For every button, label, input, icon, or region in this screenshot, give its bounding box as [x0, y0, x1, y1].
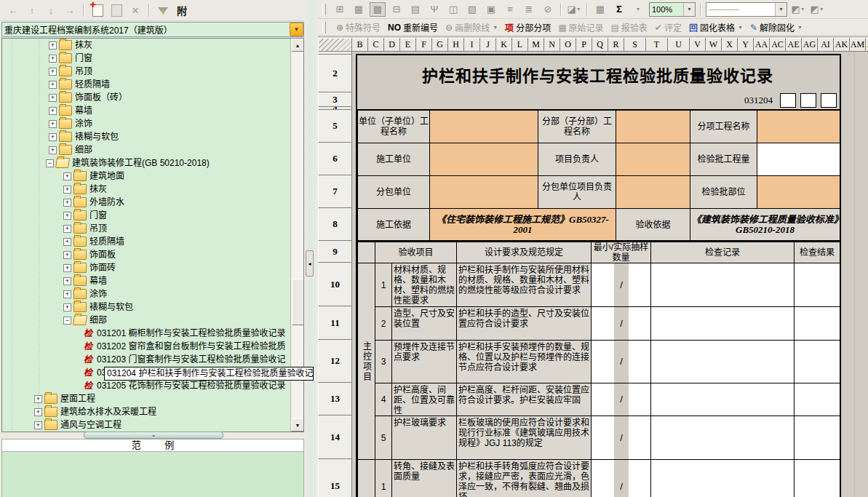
scrollbar-thumb[interactable]: [292, 279, 304, 325]
tree-item[interactable]: +外墙防水: [2, 196, 303, 209]
column-header-P[interactable]: P: [576, 38, 592, 52]
insert-cells-icon[interactable]: ⊞: [332, 2, 348, 17]
add-row-icon[interactable]: ≣: [521, 2, 537, 17]
tree-item[interactable]: +涂饰: [2, 287, 303, 301]
info-input-cell[interactable]: [429, 175, 538, 209]
zoom-combobox[interactable]: 100%▼: [649, 2, 696, 17]
info-input-cell[interactable]: [616, 143, 690, 176]
expand-plus-icon[interactable]: +: [63, 290, 71, 298]
info-input-cell[interactable]: [429, 143, 538, 176]
column-header-M[interactable]: M: [528, 38, 544, 52]
row-header-13[interactable]: 13: [318, 383, 352, 416]
table-header-cell[interactable]: 检查记录: [650, 241, 795, 263]
item-number-cell[interactable]: 1: [375, 459, 392, 497]
lock-table-button[interactable]: 回固化表格▼: [689, 21, 743, 33]
tree-item[interactable]: −建筑装饰装修工程(GB 50210-2018): [2, 156, 303, 170]
expand-plus-icon[interactable]: +: [63, 303, 71, 311]
tree-item[interactable]: +幕墙: [2, 274, 303, 287]
tree-item[interactable]: +饰面板: [2, 248, 303, 261]
info-input-cell[interactable]: [616, 110, 690, 143]
basis-text-cell[interactable]: 《建筑装饰装修工程质量验收标准》GB50210-2018: [690, 208, 840, 242]
expand-plus-icon[interactable]: +: [34, 421, 42, 429]
check-result-cell[interactable]: [794, 263, 840, 307]
table-header-cell[interactable]: 设计要求及规范规定: [456, 241, 592, 263]
info-label-cell[interactable]: 分项工程名称: [690, 110, 757, 143]
tree-item[interactable]: +裱糊与软包: [2, 130, 303, 143]
column-header-C[interactable]: C: [368, 38, 384, 52]
row-header-5[interactable]: 5: [318, 110, 352, 143]
expand-plus-icon[interactable]: +: [34, 408, 42, 416]
item-name-cell[interactable]: 预埋件及连接节点要求: [391, 340, 457, 383]
expand-plus-icon[interactable]: +: [63, 251, 71, 259]
check-record-cell[interactable]: [650, 263, 795, 307]
assess-button[interactable]: ✔评定: [655, 21, 682, 33]
info-label-cell[interactable]: 分部（子分部）工程名称: [538, 110, 616, 143]
tree-item[interactable]: +轻质隔墙: [2, 235, 303, 248]
tree-item[interactable]: −细部: [2, 314, 303, 327]
filter-button[interactable]: ϟ: [156, 3, 170, 17]
vertical-splitter[interactable]: ◂: [304, 0, 318, 497]
info-input-cell[interactable]: [429, 110, 538, 143]
requirement-cell[interactable]: 护栏高度、栏杆间距、安装位置应符合设计要求。护栏安装应牢固: [456, 383, 592, 416]
nav-up-icon[interactable]: ↑: [25, 3, 39, 17]
tree-item[interactable]: 检031203 门窗套制作与安装工程检验批质量验收记: [2, 353, 303, 366]
split-cells-icon[interactable]: ⊟: [389, 2, 405, 17]
splitter-collapse-icon[interactable]: ◂: [306, 250, 314, 277]
frame-icon[interactable]: ▦: [592, 2, 608, 17]
special-symbol-button[interactable]: ⊕特殊符号: [336, 21, 381, 33]
expand-plus-icon[interactable]: +: [49, 94, 57, 102]
column-header-I[interactable]: I: [464, 38, 480, 52]
check-record-cell[interactable]: [650, 416, 795, 460]
column-header-E[interactable]: E: [400, 38, 416, 52]
item-name-cell[interactable]: 护栏玻璃要求: [391, 416, 457, 460]
tree-item[interactable]: 检031201 橱柜制作与安装工程检验批质量验收记录: [2, 327, 303, 340]
code-checkbox[interactable]: [821, 93, 837, 108]
expand-plus-icon[interactable]: +: [63, 238, 71, 246]
row-header-12[interactable]: 12: [318, 340, 352, 383]
column-header-U[interactable]: U: [668, 38, 690, 52]
tree-item[interactable]: +建筑给水排水及采暖工程: [2, 405, 303, 418]
info-label-cell[interactable]: 分包单位: [357, 175, 430, 209]
subitem-button[interactable]: 项分部分项: [505, 21, 551, 33]
table-header-cell[interactable]: 检查结果: [794, 241, 840, 263]
column-header-Y[interactable]: Y: [738, 38, 754, 52]
strike-line-button[interactable]: ⊖画删除线▼: [445, 21, 498, 33]
tree-item[interactable]: +轻质隔墙: [2, 78, 303, 91]
check-record-cell[interactable]: [650, 459, 795, 497]
tree-item[interactable]: +门窗: [2, 52, 303, 65]
row-header-10[interactable]: 10: [318, 263, 352, 306]
row-header-9[interactable]: 9: [318, 241, 352, 263]
sample-quantity-cell[interactable]: /: [591, 383, 651, 416]
column-header-AA[interactable]: AA: [754, 38, 770, 52]
sample-quantity-cell[interactable]: /: [591, 340, 651, 383]
info-input-cell[interactable]: [757, 110, 840, 143]
tree-item[interactable]: +涂饰: [2, 117, 303, 130]
tree-item[interactable]: +吊顶: [2, 222, 303, 235]
section-header-cell[interactable]: [357, 241, 375, 263]
expand-plus-icon[interactable]: +: [63, 225, 71, 233]
original-record-button[interactable]: ▦原始记录: [558, 21, 603, 33]
toolbar-grip[interactable]: [322, 4, 326, 15]
tree-item[interactable]: +屋面工程: [2, 392, 303, 405]
column-header-B[interactable]: B: [352, 38, 368, 52]
table-header-cell[interactable]: 验收项目: [375, 241, 457, 263]
check-record-cell[interactable]: [650, 340, 795, 383]
column-header-T[interactable]: T: [646, 38, 668, 52]
sum-dropdown-icon[interactable]: ▼: [630, 2, 646, 17]
expand-plus-icon[interactable]: +: [49, 81, 57, 89]
lock-icon[interactable]: ▣: [483, 2, 499, 17]
border-color-picker[interactable]: ◩ ▼: [790, 2, 806, 17]
check-result-cell[interactable]: [794, 459, 840, 497]
basis-label-cell[interactable]: 施工依据: [357, 208, 430, 242]
nav-left-icon[interactable]: ←: [6, 3, 20, 17]
column-header-O[interactable]: O: [560, 38, 576, 52]
info-input-cell[interactable]: [757, 143, 840, 176]
tree-item[interactable]: +饰面砖: [2, 261, 303, 274]
select-all-corner[interactable]: [318, 38, 352, 52]
attachment-button[interactable]: 附: [175, 3, 189, 17]
item-number-cell[interactable]: 5: [375, 416, 392, 460]
expand-plus-icon[interactable]: +: [63, 212, 71, 220]
check-result-cell[interactable]: [794, 340, 840, 383]
info-label-cell[interactable]: 分包单位项目负责人: [538, 175, 616, 209]
expand-plus-icon[interactable]: +: [63, 172, 71, 180]
